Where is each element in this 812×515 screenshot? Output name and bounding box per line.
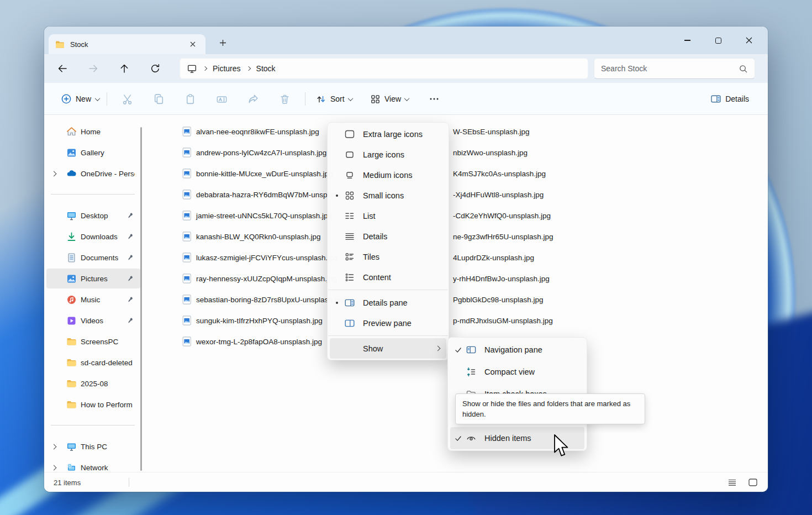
paste-clipboard-icon — [184, 93, 196, 105]
file-row[interactable]: sebastian-boring-8zD7rs8UpxU-unsplash.jp… — [182, 289, 345, 310]
sidebar-item-downloads[interactable]: Downloads — [46, 227, 140, 246]
share-icon — [247, 93, 259, 105]
menu-item-content[interactable]: Content — [330, 267, 446, 287]
sidebar-item-label: ScreensPC — [81, 338, 118, 346]
menu-item-label: Details pane — [363, 298, 446, 307]
back-button[interactable] — [55, 61, 70, 76]
file-row-fragment[interactable]: PgbblGkDc98-unsplash.jpg — [453, 289, 544, 310]
menu-item-details[interactable]: Details — [330, 226, 446, 246]
copy-icon — [153, 93, 165, 105]
minimize-button[interactable] — [676, 30, 698, 50]
file-row-fragment[interactable]: y-rhH4DnfBwJo-unsplash.jpg — [453, 268, 550, 289]
forward-button[interactable] — [86, 61, 101, 76]
file-row-fragment[interactable]: -CdK2eYhWfQ0-unsplash.jpg — [453, 205, 551, 226]
breadcrumb-pictures[interactable]: Pictures — [213, 64, 241, 73]
submenu-item-navigation-pane[interactable]: Navigation pane — [450, 339, 584, 361]
folder-icon — [66, 400, 77, 410]
file-row-fragment[interactable]: K4mSJ7kc0As-unsplash.jpg — [453, 163, 546, 184]
expand-chevron-icon[interactable] — [51, 444, 57, 449]
menu-item-extra-large-icons[interactable]: Extra large icons — [330, 124, 446, 144]
sidebar-item-sd-card-deleted[interactable]: sd-card-deleted — [46, 353, 140, 372]
menu-item-large-icons[interactable]: Large icons — [330, 144, 446, 165]
file-row-fragment[interactable]: ne-9gz3wfHr65U-unsplash.jpg — [453, 226, 553, 247]
file-row[interactable]: bonnie-kittle-MUcxe_wDurE-unsplash.jpg — [182, 163, 333, 184]
sidebar-item-gallery[interactable]: Gallery — [46, 143, 140, 162]
file-row[interactable]: lukasz-szmigiel-jFCViYFYcus-unsplash.jpg — [182, 247, 338, 268]
expand-chevron-icon[interactable] — [51, 171, 57, 176]
view-button[interactable]: View — [366, 89, 413, 109]
file-row[interactable]: jamie-street-uNNCs5kL70Q-unsplash.jpg — [182, 205, 332, 226]
breadcrumb[interactable]: Pictures Stock — [180, 58, 588, 79]
menu-item-details-pane[interactable]: Details pane — [330, 292, 446, 313]
sidebar-item-pictures[interactable]: Pictures — [46, 269, 140, 288]
tab-close-icon[interactable] — [187, 38, 199, 50]
close-button[interactable] — [738, 30, 760, 50]
details-pane-button[interactable]: Details — [706, 89, 753, 109]
sidebar-separator — [51, 425, 135, 425]
new-tab-button[interactable] — [214, 34, 231, 51]
sidebar-item-home[interactable]: Home — [46, 122, 140, 141]
sidebar-item-documents[interactable]: Documents — [46, 248, 140, 267]
sidebar-item-screenspc[interactable]: ScreensPC — [46, 332, 140, 351]
file-row[interactable]: andrew-pons-lylCw4zcA7I-unsplash.jpg — [182, 142, 326, 163]
copy-button[interactable] — [143, 89, 175, 109]
menu-item-list[interactable]: List — [330, 206, 446, 226]
refresh-button[interactable] — [148, 61, 162, 76]
address-bar: Pictures Stock — [44, 54, 768, 83]
file-row[interactable]: alvan-nee-eoqnr8ikwFE-unsplash.jpg — [182, 121, 319, 142]
maximize-button[interactable] — [707, 30, 729, 50]
sidebar-item-how-to-perform[interactable]: How to Perform — [46, 395, 140, 414]
extra-large-icons-icon — [344, 129, 363, 140]
back-arrow-icon — [57, 63, 68, 74]
checkmark-icon — [450, 434, 466, 443]
expand-chevron-icon[interactable] — [51, 465, 57, 470]
sidebar-item-music[interactable]: Music — [46, 290, 140, 309]
menu-item-small-icons[interactable]: Small icons — [330, 185, 446, 206]
menu-item-tiles[interactable]: Tiles — [330, 246, 446, 267]
new-button[interactable]: New — [56, 89, 105, 109]
onedrive-icon — [66, 169, 77, 179]
more-options-button[interactable] — [424, 89, 444, 109]
file-row-fragment[interactable]: p-mdRJhxlsuGM-unsplash.jpg — [453, 310, 553, 331]
menu-item-medium-icons[interactable]: Medium icons — [330, 165, 446, 185]
thumbnail-layout-button[interactable] — [746, 475, 760, 490]
menu-item-show[interactable]: Show — [330, 338, 446, 359]
file-name-fragment: p-mdRJhxlsuGM-unsplash.jpg — [453, 317, 553, 325]
file-row[interactable]: wexor-tmg-L-2p8fapOA8-unsplash.jpg — [182, 331, 322, 352]
close-icon — [746, 37, 752, 44]
jpg-file-icon — [182, 127, 192, 136]
sidebar-item-desktop[interactable]: Desktop — [46, 206, 140, 225]
toolbar-divider — [305, 92, 305, 106]
sort-button[interactable]: Sort — [312, 89, 357, 109]
up-button[interactable] — [117, 61, 131, 76]
paste-button[interactable] — [175, 89, 206, 109]
sidebar-scrollbar[interactable] — [140, 127, 142, 471]
refresh-icon — [150, 63, 161, 74]
file-row-fragment[interactable]: nbizWwo-unsplash.jpg — [453, 142, 528, 163]
sidebar-item-this-pc[interactable]: This PC — [46, 437, 140, 456]
share-button[interactable] — [238, 89, 269, 109]
search-box[interactable] — [594, 58, 755, 79]
tab-stock[interactable]: Stock — [49, 34, 205, 54]
sidebar-item-2025-08[interactable]: 2025-08 — [46, 374, 140, 393]
list-layout-button[interactable] — [725, 475, 739, 490]
file-row[interactable]: sunguk-kim-tIfrzHxhPYQ-unsplash.jpg — [182, 310, 323, 331]
menu-item-label: Content — [363, 273, 446, 282]
breadcrumb-stock[interactable]: Stock — [256, 64, 276, 73]
rename-button[interactable] — [206, 89, 238, 109]
sidebar-item-onedrive[interactable]: OneDrive - Personal — [46, 164, 140, 183]
file-row-fragment[interactable]: W-SEbsE-unsplash.jpg — [453, 121, 530, 142]
file-row-fragment[interactable]: -Xj4dHFuWtl8-unsplash.jpg — [453, 184, 544, 205]
file-name: wexor-tmg-L-2p8fapOA8-unsplash.jpg — [196, 338, 322, 346]
search-input[interactable] — [601, 64, 739, 73]
file-row[interactable]: ray-hennessy-xUUZcpQIqpM-unsplash.jpg — [182, 268, 337, 289]
sidebar-item-videos[interactable]: Videos — [46, 311, 140, 330]
file-row-fragment[interactable]: 4LupdrDZk-unsplash.jpg — [453, 247, 534, 268]
file-row[interactable]: kanashi-BLW_KQ0Rkn0-unsplash.jpg — [182, 226, 321, 247]
menu-item-preview-pane[interactable]: Preview pane — [330, 313, 446, 333]
command-toolbar: New Sort View — [44, 83, 768, 115]
submenu-item-compact-view[interactable]: Compact view — [450, 361, 584, 383]
content-view-icon — [344, 272, 363, 283]
delete-button[interactable] — [269, 89, 300, 109]
cut-button[interactable] — [112, 89, 143, 109]
